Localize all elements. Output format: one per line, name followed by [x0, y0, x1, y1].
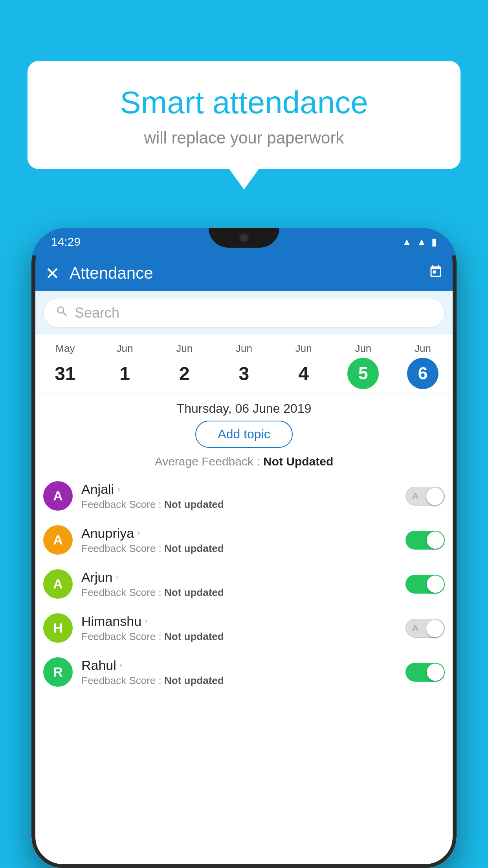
student-row[interactable]: HHimanshu›Feedback Score : Not updatedA: [31, 606, 457, 650]
feedback-score: Feedback Score : Not updated: [81, 542, 397, 555]
student-name-text: Arjun: [81, 570, 112, 585]
calendar-icon[interactable]: [429, 265, 443, 282]
chevron-icon: ›: [137, 528, 140, 538]
calendar-day[interactable]: Jun6: [407, 342, 438, 389]
toggle-knob: [427, 576, 444, 593]
phone-screen: Search May31Jun1Jun2Jun3Jun4Jun5Jun6 Thu…: [31, 291, 457, 868]
cal-month-label: Jun: [176, 342, 193, 355]
student-row[interactable]: AArjun›Feedback Score : Not updatedP: [31, 562, 457, 606]
attendance-toggle[interactable]: P: [405, 663, 445, 682]
feedback-value: Not updated: [164, 675, 224, 686]
toggle-knob: [426, 488, 444, 505]
calendar-row: May31Jun1Jun2Jun3Jun4Jun5Jun6: [31, 335, 457, 394]
student-name-text: Rahul: [81, 658, 116, 673]
calendar-day[interactable]: May31: [50, 342, 81, 389]
phone-container: 14:29 ▲ ▲ ▮ ✕ Attendance: [31, 228, 457, 868]
feedback-score: Feedback Score : Not updated: [81, 498, 397, 511]
cal-month-label: Jun: [415, 342, 431, 355]
feedback-value: Not updated: [164, 498, 224, 510]
status-bar: 14:29 ▲ ▲ ▮: [31, 228, 457, 256]
bubble-subtitle: will replace your paperwork: [51, 129, 437, 147]
cal-day-number[interactable]: 2: [169, 358, 200, 389]
feedback-label: Feedback Score :: [81, 587, 161, 598]
cal-day-number[interactable]: 31: [50, 358, 81, 389]
chevron-icon: ›: [119, 660, 122, 670]
student-info: Anupriya›Feedback Score : Not updated: [81, 526, 397, 555]
toggle-knob: [426, 620, 444, 637]
add-topic-button[interactable]: Add topic: [195, 421, 292, 448]
search-bar[interactable]: Search: [43, 298, 445, 327]
attendance-toggle[interactable]: A: [405, 487, 445, 506]
student-name-text: Himanshu: [81, 614, 141, 629]
student-info: Himanshu›Feedback Score : Not updated: [81, 614, 397, 643]
phone-frame: 14:29 ▲ ▲ ▮ ✕ Attendance: [31, 228, 457, 868]
calendar-day[interactable]: Jun1: [109, 342, 141, 389]
avatar: A: [43, 525, 73, 555]
avatar: H: [43, 613, 73, 643]
calendar-day[interactable]: Jun2: [169, 342, 200, 389]
toggle-label: A: [412, 491, 418, 501]
avatar: R: [43, 657, 73, 687]
notch: [209, 228, 279, 248]
wifi-icon: ▲: [402, 236, 412, 248]
cal-day-number[interactable]: 6: [407, 358, 438, 389]
feedback-score: Feedback Score : Not updated: [81, 587, 397, 599]
student-row[interactable]: AAnupriya›Feedback Score : Not updatedP: [31, 518, 457, 562]
chevron-icon: ›: [145, 616, 147, 626]
feedback-score: Feedback Score : Not updated: [81, 631, 397, 643]
camera: [239, 233, 249, 243]
student-info: Rahul›Feedback Score : Not updated: [81, 658, 397, 687]
cal-month-label: Jun: [236, 342, 252, 355]
cal-day-number[interactable]: 3: [228, 358, 260, 389]
status-icons: ▲ ▲ ▮: [402, 236, 437, 248]
calendar-day[interactable]: Jun5: [347, 342, 379, 389]
cal-month-label: Jun: [355, 342, 371, 355]
cal-month-label: Jun: [295, 342, 312, 355]
student-name-text: Anjali: [81, 482, 114, 497]
student-row[interactable]: RRahul›Feedback Score : Not updatedP: [31, 650, 457, 694]
feedback-label: Feedback Score :: [81, 675, 161, 686]
chevron-icon: ›: [116, 572, 118, 582]
bubble-title: Smart attendance: [51, 85, 437, 121]
student-name: Rahul›: [81, 658, 397, 673]
student-row[interactable]: AAnjali›Feedback Score : Not updatedA: [31, 474, 457, 518]
cal-day-number[interactable]: 1: [109, 358, 141, 389]
student-name: Arjun›: [81, 570, 397, 585]
avatar: A: [43, 481, 73, 511]
toggle-knob: [427, 664, 444, 681]
cal-month-label: May: [55, 342, 75, 355]
app-title: Attendance: [70, 264, 419, 283]
calendar-day[interactable]: Jun4: [288, 342, 319, 389]
student-info: Arjun›Feedback Score : Not updated: [81, 570, 397, 599]
attendance-toggle[interactable]: A: [405, 619, 445, 638]
search-icon: [55, 305, 69, 321]
student-name-text: Anupriya: [81, 526, 134, 541]
avg-feedback: Average Feedback : Not Updated: [31, 455, 457, 468]
feedback-label: Feedback Score :: [81, 542, 161, 554]
avg-feedback-value: Not Updated: [263, 455, 333, 468]
attendance-toggle[interactable]: P: [405, 575, 445, 594]
feedback-value: Not updated: [164, 542, 224, 554]
search-bar-container: Search: [31, 291, 457, 335]
feedback-label: Feedback Score :: [81, 498, 161, 510]
battery-icon: ▮: [431, 236, 437, 248]
signal-icon: ▲: [416, 236, 427, 248]
cal-day-number[interactable]: 4: [288, 358, 319, 389]
cal-day-number[interactable]: 5: [347, 358, 379, 389]
attendance-toggle[interactable]: P: [405, 531, 445, 550]
feedback-value: Not updated: [164, 631, 224, 642]
student-list: AAnjali›Feedback Score : Not updatedAAAn…: [31, 474, 457, 694]
feedback-label: Feedback Score :: [81, 631, 161, 642]
cal-month-label: Jun: [117, 342, 133, 355]
close-button[interactable]: ✕: [45, 263, 60, 283]
avatar: A: [43, 569, 73, 599]
student-info: Anjali›Feedback Score : Not updated: [81, 482, 397, 511]
feedback-value: Not updated: [164, 587, 224, 598]
toggle-label: A: [412, 623, 418, 633]
avg-feedback-label: Average Feedback :: [155, 455, 260, 468]
student-name: Anjali›: [81, 482, 397, 497]
search-input[interactable]: Search: [75, 305, 119, 321]
student-name: Anupriya›: [81, 526, 397, 541]
calendar-day[interactable]: Jun3: [228, 342, 260, 389]
app-bar: ✕ Attendance: [31, 256, 457, 291]
